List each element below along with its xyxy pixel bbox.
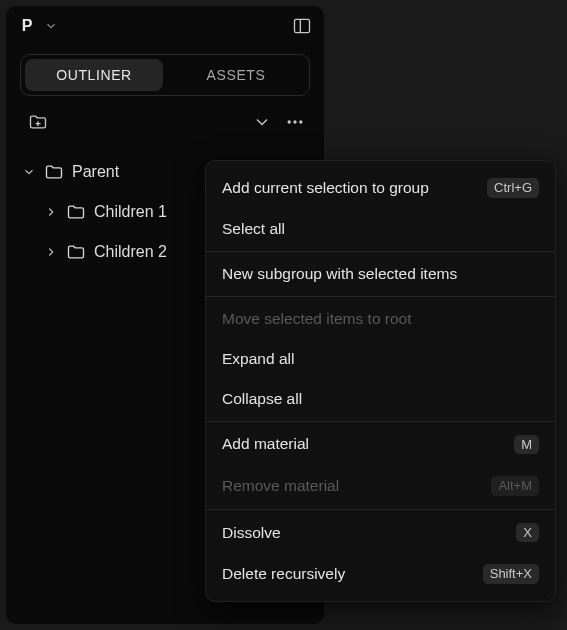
- tree-item-label: Children 2: [94, 243, 167, 261]
- panel-header: P: [6, 6, 324, 46]
- svg-rect-0: [295, 19, 310, 32]
- folder-icon: [44, 162, 64, 182]
- menu-item-label: Add current selection to group: [222, 179, 479, 197]
- menu-separator: [206, 509, 555, 510]
- menu-separator: [206, 296, 555, 297]
- menu-item[interactable]: Add current selection to groupCtrl+G: [206, 167, 555, 209]
- menu-item-shortcut: M: [514, 435, 539, 455]
- menu-item-label: Select all: [222, 220, 539, 238]
- menu-item-shortcut: Ctrl+G: [487, 178, 539, 198]
- tab-outliner[interactable]: OUTLINER: [25, 59, 163, 91]
- collapse-chevron-icon[interactable]: [252, 112, 272, 132]
- panel-tabs: OUTLINER ASSETS: [20, 54, 310, 96]
- svg-point-5: [293, 120, 296, 123]
- menu-separator: [206, 421, 555, 422]
- menu-item[interactable]: New subgroup with selected items: [206, 254, 555, 294]
- more-options-icon[interactable]: [284, 112, 306, 132]
- outliner-toolbar: [6, 102, 324, 142]
- chevron-right-icon[interactable]: [44, 245, 58, 259]
- folder-icon: [66, 242, 86, 262]
- menu-item-label: Delete recursively: [222, 565, 475, 583]
- new-folder-icon[interactable]: [28, 112, 48, 132]
- menu-item-shortcut: X: [516, 523, 539, 543]
- chevron-down-icon[interactable]: [22, 165, 36, 179]
- tab-assets[interactable]: ASSETS: [167, 59, 305, 91]
- menu-item[interactable]: Collapse all: [206, 379, 555, 419]
- menu-item-shortcut: Shift+X: [483, 564, 539, 584]
- menu-item-label: Collapse all: [222, 390, 539, 408]
- menu-item: Remove materialAlt+M: [206, 465, 555, 507]
- menu-item[interactable]: DissolveX: [206, 512, 555, 554]
- svg-point-6: [299, 120, 302, 123]
- svg-point-4: [288, 120, 291, 123]
- tree-item-label: Children 1: [94, 203, 167, 221]
- menu-item[interactable]: Select all: [206, 209, 555, 249]
- menu-item[interactable]: Delete recursivelyShift+X: [206, 553, 555, 595]
- menu-item-label: Move selected items to root: [222, 310, 539, 328]
- chevron-right-icon[interactable]: [44, 205, 58, 219]
- menu-item-label: Remove material: [222, 477, 483, 495]
- folder-icon: [66, 202, 86, 222]
- app-menu-chevron-icon[interactable]: [44, 19, 58, 33]
- menu-item-label: New subgroup with selected items: [222, 265, 539, 283]
- app-logo[interactable]: P: [18, 17, 36, 35]
- context-menu: Add current selection to groupCtrl+GSele…: [205, 160, 556, 602]
- menu-item-label: Add material: [222, 435, 506, 453]
- menu-separator: [206, 251, 555, 252]
- menu-item[interactable]: Add materialM: [206, 424, 555, 466]
- tree-item-label: Parent: [72, 163, 119, 181]
- menu-item[interactable]: Expand all: [206, 339, 555, 379]
- menu-item-label: Expand all: [222, 350, 539, 368]
- menu-item-label: Dissolve: [222, 524, 508, 542]
- menu-item: Move selected items to root: [206, 299, 555, 339]
- sidebar-toggle-icon[interactable]: [292, 16, 312, 36]
- menu-item-shortcut: Alt+M: [491, 476, 539, 496]
